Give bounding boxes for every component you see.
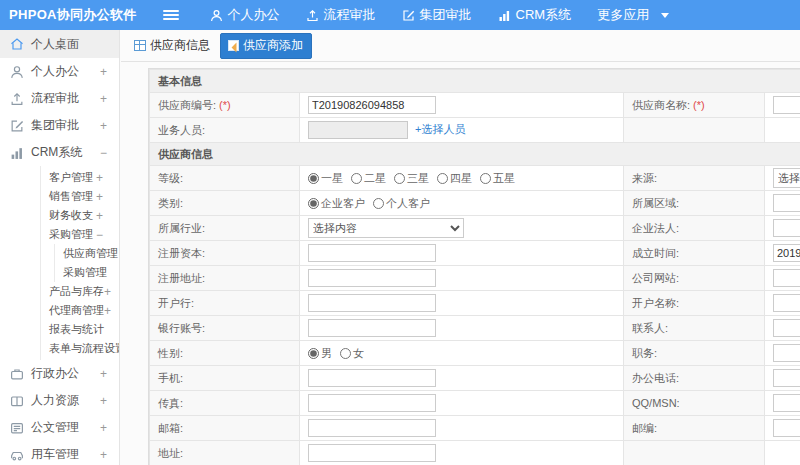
source-label: 来源:	[624, 166, 765, 191]
address-input[interactable]	[308, 444, 436, 462]
gender-radio-male[interactable]	[308, 348, 319, 359]
sidebar-item-label: 人力资源	[31, 392, 79, 409]
sidebar-item-sales-mgmt[interactable]: 销售管理 +	[41, 187, 119, 206]
sidebar-item-document-mgmt[interactable]: 公文管理 +	[0, 414, 119, 441]
bank-account-input[interactable]	[308, 319, 436, 337]
expand-icon[interactable]: +	[96, 190, 103, 204]
car-icon	[10, 448, 24, 462]
expand-icon[interactable]: +	[104, 285, 111, 299]
level-radio-2star[interactable]	[351, 173, 362, 184]
nav-item-personal-office[interactable]: 个人办公	[197, 0, 293, 30]
expand-icon[interactable]: +	[100, 65, 107, 79]
gender-radio-female[interactable]	[340, 348, 351, 359]
sidebar-item-finance[interactable]: 财务收支 +	[41, 206, 119, 225]
email-input[interactable]	[308, 419, 436, 437]
expand-icon[interactable]: +	[100, 367, 107, 381]
nav-item-label: 更多应用	[597, 6, 649, 24]
website-input[interactable]	[773, 269, 800, 287]
edit-icon	[10, 119, 24, 133]
bank-account-label: 银行账号:	[150, 316, 300, 341]
tab-supplier-add[interactable]: 供应商添加	[220, 33, 312, 59]
category-radio-group: 企业客户 个人客户	[308, 196, 615, 211]
required-mark: (*)	[219, 99, 231, 111]
position-input[interactable]	[773, 344, 800, 362]
registered-capital-input[interactable]	[308, 244, 436, 262]
sidebar-item-purchase-mgmt[interactable]: 采购管理 −	[41, 225, 119, 244]
sidebar-item-supplier-mgmt[interactable]: 供应商管理	[55, 244, 119, 263]
nav-item-crm-system[interactable]: CRM系统	[485, 0, 585, 30]
expand-icon[interactable]: +	[100, 448, 107, 462]
office-phone-input[interactable]	[773, 369, 800, 387]
staff-input[interactable]	[308, 121, 408, 139]
category-radio-enterprise[interactable]	[308, 198, 319, 209]
bank-input[interactable]	[308, 294, 436, 312]
user-icon	[210, 9, 223, 22]
level-radio-4star[interactable]	[437, 173, 448, 184]
expand-icon[interactable]: +	[100, 92, 107, 106]
sidebar-item-group-approval[interactable]: 集团审批 +	[0, 112, 119, 139]
sidebar-item-reports-stats[interactable]: 报表与统计	[41, 320, 119, 339]
upload-icon	[10, 92, 24, 106]
sidebar-item-agent-mgmt[interactable]: 代理商管理 +	[41, 301, 119, 320]
source-select[interactable]: 选择内容	[773, 168, 800, 188]
sidebar-item-label: 财务收支	[49, 208, 93, 223]
sidebar-item-personal-office[interactable]: 个人办公 +	[0, 58, 119, 85]
sidebar-item-label: 公文管理	[31, 419, 79, 436]
table-icon	[134, 40, 146, 51]
menu-toggle-icon[interactable]	[163, 8, 179, 22]
website-label: 公司网站:	[624, 266, 765, 291]
zipcode-input[interactable]	[773, 419, 800, 437]
email-label: 邮箱:	[150, 416, 300, 441]
expand-icon[interactable]: +	[104, 304, 111, 318]
choose-staff-link[interactable]: +选择人员	[415, 123, 465, 135]
sidebar-item-vehicle-mgmt[interactable]: 用车管理 +	[0, 441, 119, 465]
industry-select[interactable]: 选择内容	[308, 218, 464, 238]
level-radio-5star[interactable]	[480, 173, 491, 184]
tab-supplier-info[interactable]: 供应商信息	[134, 37, 210, 54]
bar-chart-icon	[498, 9, 511, 22]
founded-date-input[interactable]	[773, 244, 800, 262]
nav-item-group-approval[interactable]: 集团审批	[389, 0, 485, 30]
mobile-input[interactable]	[308, 369, 436, 387]
sidebar-item-workflow-approval[interactable]: 流程审批 +	[0, 85, 119, 112]
industry-label: 所属行业:	[150, 216, 300, 241]
supplier-name-input[interactable]	[773, 96, 800, 114]
home-icon	[10, 37, 24, 51]
level-radio-1star[interactable]	[308, 173, 319, 184]
upload-icon	[306, 9, 319, 22]
collapse-icon[interactable]: −	[100, 146, 107, 160]
sidebar: 个人桌面 个人办公 + 流程审批 + 集团审批 + CRM系统 − 客户管理 +	[0, 30, 120, 465]
empty-cell	[624, 441, 765, 465]
expand-icon[interactable]: +	[96, 209, 103, 223]
sidebar-item-label: 用车管理	[31, 446, 79, 463]
supplier-code-input[interactable]	[308, 96, 436, 114]
region-input[interactable]	[773, 194, 800, 212]
level-radio-3star[interactable]	[394, 173, 405, 184]
mobile-label: 手机:	[150, 366, 300, 391]
empty-cell	[624, 118, 765, 143]
expand-icon[interactable]: +	[100, 421, 107, 435]
expand-icon[interactable]: +	[100, 394, 107, 408]
sidebar-item-personal-desktop[interactable]: 个人桌面	[0, 30, 119, 58]
sidebar-item-crm-system[interactable]: CRM系统 −	[0, 139, 119, 166]
sidebar-item-product-inventory[interactable]: 产品与库存 +	[41, 282, 119, 301]
expand-icon[interactable]: +	[96, 171, 103, 185]
nav-item-workflow-approval[interactable]: 流程审批	[293, 0, 389, 30]
nav-item-more-apps[interactable]: 更多应用	[584, 0, 682, 30]
sidebar-item-purchase[interactable]: 采购管理	[55, 263, 119, 282]
fax-input[interactable]	[308, 394, 436, 412]
sidebar-item-label: 采购管理	[63, 265, 107, 280]
sidebar-item-customer-mgmt[interactable]: 客户管理 +	[41, 168, 119, 187]
sidebar-item-form-flow-settings[interactable]: 表单与流程设置 +	[41, 339, 119, 358]
category-radio-individual[interactable]	[373, 198, 384, 209]
legal-person-input[interactable]	[773, 219, 800, 237]
collapse-icon[interactable]: −	[96, 228, 103, 242]
account-name-input[interactable]	[773, 294, 800, 312]
contact-input[interactable]	[773, 319, 800, 337]
qq-msn-input[interactable]	[773, 394, 800, 412]
registered-address-input[interactable]	[308, 269, 436, 287]
sidebar-item-human-resources[interactable]: 人力资源 +	[0, 387, 119, 414]
expand-icon[interactable]: +	[100, 119, 107, 133]
sidebar-item-admin-office[interactable]: 行政办公 +	[0, 360, 119, 387]
sidebar-item-label: 流程审批	[31, 90, 79, 107]
